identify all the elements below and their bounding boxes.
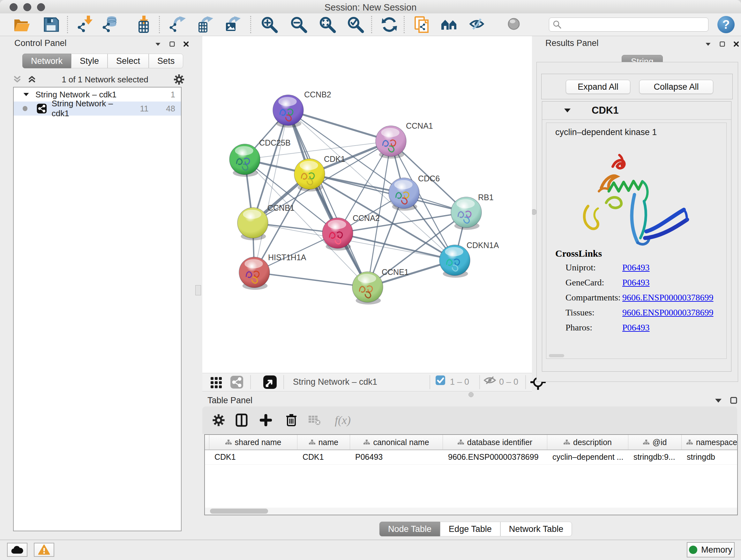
- bottom-splitter-grip[interactable]: [468, 392, 474, 397]
- collapse-all-icon[interactable]: [12, 75, 22, 84]
- grid-view-button[interactable]: [207, 373, 226, 392]
- network-graph[interactable]: CCNB2CCNA1CDC25BCDK1CDC6RB1CCNB1CCNA2CDK…: [202, 36, 532, 373]
- delete-column-button[interactable]: [284, 413, 299, 428]
- node-CDC6[interactable]: CDC6: [389, 174, 440, 211]
- save-button[interactable]: [42, 15, 61, 34]
- memory-button[interactable]: Memory: [687, 542, 735, 557]
- network-tree-row[interactable]: String Network – cdk1 11 48: [14, 102, 181, 116]
- panel-menu-icon[interactable]: [155, 41, 161, 47]
- crosslink-link[interactable]: 9606.ENSP00000378699: [622, 307, 713, 318]
- show-preview-button[interactable]: [505, 15, 524, 34]
- show-columns-button[interactable]: [234, 413, 249, 428]
- collapse-entry-icon[interactable]: [563, 107, 571, 114]
- export-table-button[interactable]: [195, 15, 214, 34]
- node-CCNE1[interactable]: CCNE1: [352, 267, 409, 305]
- cell-shared-name[interactable]: CDK1: [209, 450, 297, 464]
- cell-database-identifier[interactable]: 9606.ENSP00000378699: [443, 450, 547, 464]
- panel-menu-icon[interactable]: [705, 41, 711, 47]
- crosslink-link[interactable]: P06493: [622, 322, 650, 333]
- node-RB1[interactable]: RB1: [451, 193, 494, 230]
- column-header-shared-name[interactable]: shared name: [209, 435, 297, 449]
- tree-expander-icon[interactable]: [23, 91, 30, 98]
- edge-HIST1H1A-CCNE1[interactable]: [254, 272, 367, 287]
- table-horizontal-scrollbar[interactable]: [205, 508, 737, 515]
- refresh-button[interactable]: [380, 15, 399, 34]
- network-options-gear-icon[interactable]: [173, 74, 185, 85]
- cloud-status-button[interactable]: [7, 543, 27, 557]
- cell-canonical-name[interactable]: P06493: [350, 450, 443, 464]
- crosslink-link[interactable]: P06493: [622, 262, 650, 273]
- float-panel-icon[interactable]: [170, 41, 175, 48]
- float-panel-icon[interactable]: [720, 41, 725, 48]
- cell-@id[interactable]: stringdb:9...: [628, 450, 682, 464]
- hide-selected-button[interactable]: [468, 15, 487, 34]
- crosslink-row-genecard: GeneCard:P06493: [565, 277, 725, 288]
- tab-network-table[interactable]: Network Table: [500, 522, 572, 537]
- column-header-canonical-name[interactable]: canonical name: [350, 435, 443, 449]
- crosslink-link[interactable]: P06493: [622, 277, 650, 288]
- close-panel-icon[interactable]: [183, 40, 189, 48]
- node-CDKN1A[interactable]: CDKN1A: [440, 241, 499, 278]
- panel-menu-icon[interactable]: [714, 397, 723, 403]
- search-input[interactable]: [562, 20, 708, 29]
- cell-namespace[interactable]: stringdb: [682, 450, 738, 464]
- tab-select[interactable]: Select: [108, 54, 149, 68]
- table-row[interactable]: CDK1CDK1P064939606.ENSP00000378699cyclin…: [205, 450, 737, 464]
- scrollbar-thumb[interactable]: [210, 509, 268, 514]
- zoom-out-button[interactable]: [289, 15, 308, 34]
- selected-checkbox[interactable]: [434, 374, 447, 387]
- search-field[interactable]: [549, 17, 709, 32]
- help-button[interactable]: ?: [718, 16, 735, 33]
- tab-edge-table[interactable]: Edge Table: [440, 522, 500, 537]
- import-table-button[interactable]: [134, 15, 153, 34]
- tab-style[interactable]: Style: [71, 54, 108, 68]
- column-header-name[interactable]: name: [297, 435, 350, 449]
- tab-network[interactable]: Network: [22, 54, 71, 68]
- export-image-button[interactable]: [223, 15, 242, 34]
- zoom-in-button[interactable]: [260, 15, 279, 34]
- left-splitter-grip[interactable]: [195, 285, 201, 295]
- home-button[interactable]: [440, 15, 459, 34]
- hidden-items-button[interactable]: [482, 374, 497, 387]
- tab-node-table[interactable]: Node Table: [380, 522, 440, 537]
- edge-CCNB2-HIST1H1A[interactable]: [254, 110, 288, 272]
- network-canvas[interactable]: CCNB2CCNA1CDC25BCDK1CDC6RB1CCNB1CCNA2CDK…: [202, 36, 532, 373]
- network-badge-button[interactable]: [227, 373, 246, 392]
- column-header-@id[interactable]: @id: [628, 435, 682, 449]
- control-panel-tabs: NetworkStyleSelectSets: [22, 54, 183, 68]
- float-panel-icon[interactable]: [730, 397, 737, 404]
- zoom-fit-button[interactable]: [318, 15, 337, 34]
- column-header-description[interactable]: description: [547, 435, 628, 449]
- clone-document-button[interactable]: [413, 15, 432, 34]
- crosslink-link[interactable]: 9606.ENSP00000378699: [622, 293, 713, 303]
- collapse-all-button[interactable]: Collapse All: [639, 80, 713, 94]
- node-CCNB1[interactable]: CCNB1: [238, 203, 294, 240]
- edge-CDK1-RB1[interactable]: [310, 174, 466, 212]
- node-HIST1H1A[interactable]: HIST1H1A: [239, 253, 307, 290]
- zoom-selected-button[interactable]: [346, 15, 365, 34]
- create-column-button[interactable]: [259, 413, 273, 428]
- tab-sets[interactable]: Sets: [149, 54, 183, 68]
- application-window: Session: New Session ? Control Panel Net…: [0, 0, 741, 560]
- memory-status-dot: [689, 546, 697, 554]
- column-header-database-identifier[interactable]: database identifier: [443, 435, 547, 449]
- column-header-namespace[interactable]: namespace: [682, 435, 738, 449]
- node-CCNB2[interactable]: CCNB2: [273, 90, 331, 128]
- import-database-button[interactable]: [102, 15, 121, 34]
- cell-name[interactable]: CDK1: [297, 450, 350, 464]
- protein-entry-header[interactable]: CDK1: [542, 102, 731, 120]
- network-selection-status: 1 of 1 Network selected: [37, 75, 173, 84]
- export-network-button[interactable]: [169, 15, 188, 34]
- column-attribute-icon: [563, 439, 570, 445]
- warnings-button[interactable]: [34, 543, 54, 557]
- close-panel-icon[interactable]: [733, 40, 739, 48]
- expand-all-button[interactable]: Expand All: [566, 80, 630, 94]
- entry-scrollbar-thumb[interactable]: [549, 354, 564, 357]
- birdseye-view-button[interactable]: [260, 373, 280, 392]
- import-network-button[interactable]: [77, 15, 96, 34]
- open-folder-button[interactable]: [12, 15, 31, 34]
- edge-CCNB2-CCNA1[interactable]: [288, 110, 391, 141]
- expand-all-icon[interactable]: [27, 75, 37, 84]
- table-settings-button[interactable]: [211, 413, 226, 428]
- cell-description[interactable]: cyclin–dependent ...: [547, 450, 628, 464]
